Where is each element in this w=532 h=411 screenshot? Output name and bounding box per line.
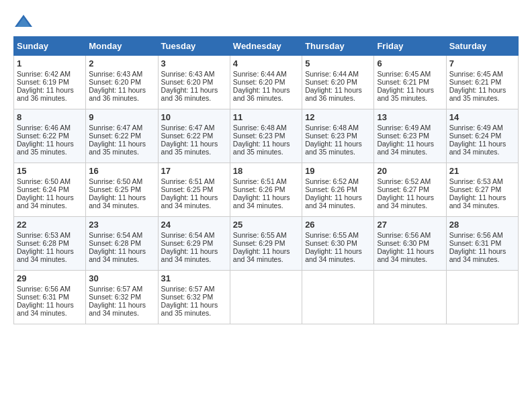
daylight-text: Daylight: 11 hours and 35 minutes. [161, 140, 218, 156]
logo [13, 13, 36, 30]
daylight-text: Daylight: 11 hours and 34 minutes. [89, 301, 146, 317]
sunrise-text: Sunrise: 6:52 AM [305, 177, 359, 185]
calendar-cell: 31 Sunrise: 6:57 AM Sunset: 6:32 PM Dayl… [158, 271, 230, 324]
day-number: 13 [377, 112, 443, 122]
sunrise-text: Sunrise: 6:44 AM [233, 70, 287, 78]
sunrise-text: Sunrise: 6:52 AM [377, 177, 431, 185]
calendar-week-row: 22 Sunrise: 6:53 AM Sunset: 6:28 PM Dayl… [14, 217, 519, 271]
day-number: 30 [89, 273, 154, 283]
daylight-text: Daylight: 11 hours and 35 minutes. [305, 140, 362, 156]
day-number: 26 [305, 220, 371, 230]
daylight-text: Daylight: 11 hours and 34 minutes. [233, 193, 290, 210]
day-number: 24 [161, 220, 227, 230]
sunset-text: Sunset: 6:26 PM [305, 185, 357, 193]
calendar-cell: 22 Sunrise: 6:53 AM Sunset: 6:28 PM Dayl… [14, 217, 86, 271]
sunrise-text: Sunrise: 6:43 AM [161, 70, 215, 78]
sunset-text: Sunset: 6:32 PM [161, 293, 214, 301]
daylight-text: Daylight: 11 hours and 35 minutes. [233, 140, 290, 156]
calendar-cell: 26 Sunrise: 6:55 AM Sunset: 6:30 PM Dayl… [302, 217, 374, 271]
sunset-text: Sunset: 6:22 PM [161, 132, 214, 140]
day-number: 14 [449, 112, 515, 122]
day-number: 9 [89, 112, 154, 122]
day-number: 21 [449, 166, 515, 176]
sunset-text: Sunset: 6:19 PM [17, 78, 69, 86]
calendar-cell: 14 Sunrise: 6:49 AM Sunset: 6:24 PM Dayl… [446, 109, 518, 163]
day-number: 19 [305, 166, 371, 176]
sunrise-text: Sunrise: 6:50 AM [17, 177, 71, 185]
day-number: 7 [449, 58, 515, 68]
calendar-cell: 9 Sunrise: 6:47 AM Sunset: 6:22 PM Dayli… [86, 109, 158, 163]
daylight-text: Daylight: 11 hours and 34 minutes. [449, 247, 506, 263]
day-number: 15 [17, 166, 83, 176]
sunrise-text: Sunrise: 6:45 AM [449, 70, 503, 78]
day-number: 28 [449, 220, 515, 230]
calendar-cell: 1 Sunrise: 6:42 AM Sunset: 6:19 PM Dayli… [14, 56, 86, 109]
daylight-text: Daylight: 11 hours and 36 minutes. [161, 86, 218, 102]
calendar-cell [230, 271, 302, 324]
calendar-cell [302, 271, 374, 324]
sunrise-text: Sunrise: 6:56 AM [17, 285, 71, 293]
calendar-cell: 17 Sunrise: 6:51 AM Sunset: 6:25 PM Dayl… [158, 163, 230, 217]
day-number: 3 [161, 58, 227, 68]
sunrise-text: Sunrise: 6:51 AM [161, 177, 215, 185]
sunrise-text: Sunrise: 6:50 AM [89, 177, 142, 185]
day-header-sunday: Sunday [14, 37, 86, 56]
calendar-cell: 6 Sunrise: 6:45 AM Sunset: 6:21 PM Dayli… [374, 56, 446, 109]
day-number: 29 [17, 273, 83, 283]
daylight-text: Daylight: 11 hours and 34 minutes. [89, 193, 146, 210]
sunrise-text: Sunrise: 6:56 AM [377, 231, 431, 239]
day-number: 11 [233, 112, 299, 122]
sunrise-text: Sunrise: 6:45 AM [377, 70, 431, 78]
sunrise-text: Sunrise: 6:57 AM [89, 285, 142, 293]
daylight-text: Daylight: 11 hours and 34 minutes. [449, 140, 506, 156]
daylight-text: Daylight: 11 hours and 36 minutes. [17, 86, 74, 102]
calendar-body: 1 Sunrise: 6:42 AM Sunset: 6:19 PM Dayli… [14, 56, 519, 324]
calendar-cell: 16 Sunrise: 6:50 AM Sunset: 6:25 PM Dayl… [86, 163, 158, 217]
day-number: 18 [233, 166, 299, 176]
sunset-text: Sunset: 6:20 PM [233, 78, 285, 86]
sunrise-text: Sunrise: 6:44 AM [305, 70, 359, 78]
calendar-cell: 13 Sunrise: 6:49 AM Sunset: 6:23 PM Dayl… [374, 109, 446, 163]
daylight-text: Daylight: 11 hours and 34 minutes. [161, 193, 218, 210]
day-number: 22 [17, 220, 83, 230]
calendar-cell: 21 Sunrise: 6:53 AM Sunset: 6:27 PM Dayl… [446, 163, 518, 217]
daylight-text: Daylight: 11 hours and 34 minutes. [17, 193, 74, 210]
calendar-week-row: 29 Sunrise: 6:56 AM Sunset: 6:31 PM Dayl… [14, 271, 519, 324]
page-header [13, 13, 519, 30]
sunset-text: Sunset: 6:31 PM [449, 239, 502, 247]
sunrise-text: Sunrise: 6:54 AM [161, 231, 215, 239]
day-header-thursday: Thursday [302, 37, 374, 56]
calendar-cell: 20 Sunrise: 6:52 AM Sunset: 6:27 PM Dayl… [374, 163, 446, 217]
sunset-text: Sunset: 6:22 PM [17, 132, 69, 140]
daylight-text: Daylight: 11 hours and 35 minutes. [89, 140, 146, 156]
calendar-cell: 28 Sunrise: 6:56 AM Sunset: 6:31 PM Dayl… [446, 217, 518, 271]
calendar-week-row: 15 Sunrise: 6:50 AM Sunset: 6:24 PM Dayl… [14, 163, 519, 217]
calendar-cell: 2 Sunrise: 6:43 AM Sunset: 6:20 PM Dayli… [86, 56, 158, 109]
calendar-week-row: 1 Sunrise: 6:42 AM Sunset: 6:19 PM Dayli… [14, 56, 519, 109]
sunrise-text: Sunrise: 6:54 AM [89, 231, 142, 239]
sunset-text: Sunset: 6:28 PM [89, 239, 141, 247]
sunset-text: Sunset: 6:26 PM [233, 185, 285, 193]
day-header-tuesday: Tuesday [158, 37, 230, 56]
sunset-text: Sunset: 6:20 PM [89, 78, 141, 86]
sunset-text: Sunset: 6:23 PM [233, 132, 285, 140]
daylight-text: Daylight: 11 hours and 34 minutes. [233, 247, 290, 263]
day-number: 16 [89, 166, 154, 176]
calendar-cell: 29 Sunrise: 6:56 AM Sunset: 6:31 PM Dayl… [14, 271, 86, 324]
calendar-cell: 25 Sunrise: 6:55 AM Sunset: 6:29 PM Dayl… [230, 217, 302, 271]
daylight-text: Daylight: 11 hours and 34 minutes. [17, 301, 74, 317]
day-header-wednesday: Wednesday [230, 37, 302, 56]
sunrise-text: Sunrise: 6:48 AM [233, 124, 287, 132]
calendar-cell: 11 Sunrise: 6:48 AM Sunset: 6:23 PM Dayl… [230, 109, 302, 163]
sunset-text: Sunset: 6:30 PM [305, 239, 357, 247]
day-number: 25 [233, 220, 299, 230]
day-number: 20 [377, 166, 443, 176]
day-number: 23 [89, 220, 154, 230]
day-header-friday: Friday [374, 37, 446, 56]
calendar-cell: 7 Sunrise: 6:45 AM Sunset: 6:21 PM Dayli… [446, 56, 518, 109]
daylight-text: Daylight: 11 hours and 35 minutes. [449, 86, 506, 102]
sunset-text: Sunset: 6:23 PM [305, 132, 357, 140]
sunset-text: Sunset: 6:31 PM [17, 293, 69, 301]
day-number: 4 [233, 58, 299, 68]
sunrise-text: Sunrise: 6:46 AM [17, 124, 71, 132]
